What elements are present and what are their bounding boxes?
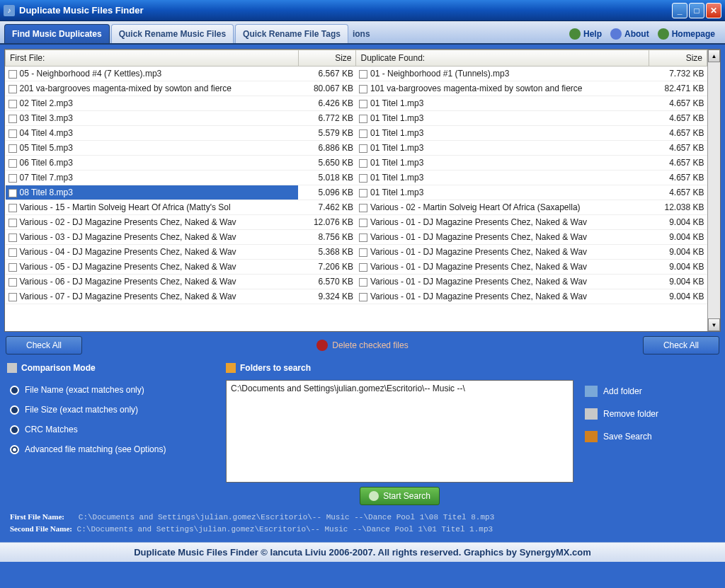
remove-folder-button[interactable]: Remove folder (583, 403, 718, 425)
search-icon (369, 491, 379, 501)
row-checkbox[interactable] (359, 263, 367, 272)
table-row[interactable]: Various - 07 - DJ Magazine Presents Chez… (6, 289, 707, 304)
row-checkbox[interactable] (359, 189, 367, 197)
row-checkbox[interactable] (8, 85, 17, 93)
table-row[interactable]: Various - 03 - DJ Magazine Presents Chez… (6, 230, 707, 245)
row-checkbox[interactable] (359, 70, 367, 79)
row-checkbox[interactable] (8, 115, 17, 123)
delete-checked-button[interactable]: Delete checked files (316, 340, 408, 351)
col-size1[interactable]: Size (298, 50, 356, 67)
table-row[interactable]: Various - 05 - DJ Magazine Presents Chez… (6, 260, 707, 275)
row-checkbox[interactable] (8, 100, 17, 108)
row-checkbox[interactable] (359, 159, 367, 168)
close-button[interactable]: ✕ (706, 3, 721, 18)
col-size2[interactable]: Size (649, 50, 707, 67)
results-table-wrap: First File: Size Duplicate Found: Size 0… (4, 49, 721, 332)
row-checkbox[interactable] (359, 100, 367, 108)
table-row[interactable]: Various - 15 - Martin Solveig Heart Of A… (6, 200, 707, 215)
row-checkbox[interactable] (359, 234, 367, 242)
check-all-left-button[interactable]: Check All (6, 336, 82, 354)
folders-listbox[interactable]: C:\Documents and Settings\julian.gomez\E… (226, 380, 573, 483)
table-row[interactable]: Various - 02 - DJ Magazine Presents Chez… (6, 215, 707, 230)
titlebar[interactable]: ♪ Duplicate Music Files Finder _ □ ✕ (0, 0, 725, 21)
row-checkbox[interactable] (359, 293, 367, 301)
scroll-down-icon[interactable]: ▼ (708, 318, 720, 331)
row-checkbox[interactable] (359, 248, 367, 257)
row-checkbox[interactable] (8, 263, 17, 272)
tab-quick-rename-files[interactable]: Quick Rename Music Files (111, 24, 234, 43)
help-link[interactable]: Help (569, 28, 602, 40)
radio-icon (10, 386, 19, 395)
about-link[interactable]: About (610, 28, 649, 40)
first-file-label: First File Name: (10, 512, 64, 521)
delete-icon (316, 340, 328, 351)
table-row[interactable]: 05 - Neighborhood #4 (7 Kettles).mp36.56… (6, 67, 707, 81)
row-checkbox[interactable] (8, 278, 17, 287)
radio-crc[interactable]: CRC Matches (7, 420, 216, 439)
row-checkbox[interactable] (8, 189, 17, 197)
row-checkbox[interactable] (8, 129, 17, 138)
row-checkbox[interactable] (8, 293, 17, 301)
save-search-button[interactable]: Save Search (583, 425, 718, 448)
row-checkbox[interactable] (8, 174, 17, 183)
add-folder-icon (585, 386, 598, 397)
col-first-file[interactable]: First File: (6, 50, 299, 67)
row-checkbox[interactable] (8, 204, 17, 212)
row-checkbox[interactable] (359, 144, 367, 153)
radio-icon (10, 425, 19, 434)
radio-file-name[interactable]: File Name (exact matches only) (7, 380, 216, 400)
col-duplicate-found[interactable]: Duplicate Found: (356, 50, 649, 67)
folder-icon (226, 363, 236, 373)
folders-title: Folders to search (226, 363, 573, 373)
row-checkbox[interactable] (8, 159, 17, 168)
row-checkbox[interactable] (359, 278, 367, 287)
tab-bar: Find Music Duplicates Quick Rename Music… (0, 21, 725, 45)
row-checkbox[interactable] (359, 174, 367, 183)
table-row[interactable]: 06 Titel 6.mp35.650 KB01 Titel 1.mp34.65… (6, 156, 707, 171)
radio-advanced[interactable]: Advanced file matching (see Options) (7, 439, 216, 459)
row-checkbox[interactable] (359, 219, 367, 227)
second-file-label: Second File Name: (10, 524, 72, 533)
table-scrollbar[interactable]: ▲ ▼ (707, 50, 720, 331)
table-row[interactable]: 07 Titel 7.mp35.018 KB01 Titel 1.mp34.65… (6, 171, 707, 185)
row-checkbox[interactable] (359, 85, 367, 93)
radio-icon (10, 445, 19, 454)
tab-find-duplicates[interactable]: Find Music Duplicates (4, 24, 110, 43)
row-checkbox[interactable] (8, 248, 17, 257)
comparison-icon (7, 363, 17, 373)
add-folder-button[interactable]: Add folder (583, 380, 718, 403)
scroll-up-icon[interactable]: ▲ (708, 50, 720, 62)
copyright-bar: Duplicate Music Files Finder © Iancuta L… (0, 542, 725, 562)
maximize-button[interactable]: □ (689, 3, 704, 18)
table-row[interactable]: 04 Titel 4.mp35.579 KB01 Titel 1.mp34.65… (6, 126, 707, 141)
table-row[interactable]: Various - 06 - DJ Magazine Presents Chez… (6, 275, 707, 289)
save-search-icon (585, 431, 598, 442)
minimize-button[interactable]: _ (672, 3, 687, 18)
table-row[interactable]: 201 va-bargrooves magenta-mixed by sowto… (6, 81, 707, 96)
comparison-mode-title: Comparison Mode (7, 363, 216, 373)
row-checkbox[interactable] (8, 144, 17, 153)
radio-file-size[interactable]: File Size (exact matches only) (7, 400, 216, 420)
table-row[interactable]: 05 Titel 5.mp36.886 KB01 Titel 1.mp34.65… (6, 141, 707, 156)
start-search-button[interactable]: Start Search (360, 487, 440, 505)
table-row[interactable]: 03 Titel 3.mp36.772 KB01 Titel 1.mp34.65… (6, 111, 707, 126)
table-row[interactable]: 08 Titel 8.mp35.096 KB01 Titel 1.mp34.65… (6, 185, 707, 200)
home-icon (658, 28, 669, 40)
table-row[interactable]: 02 Titel 2.mp36.426 KB01 Titel 1.mp34.65… (6, 96, 707, 111)
homepage-link[interactable]: Homepage (658, 28, 715, 40)
row-checkbox[interactable] (8, 70, 17, 79)
row-checkbox[interactable] (359, 129, 367, 138)
row-checkbox[interactable] (359, 115, 367, 123)
table-row[interactable]: Various - 04 - DJ Magazine Presents Chez… (6, 245, 707, 260)
radio-icon (10, 405, 19, 415)
row-checkbox[interactable] (359, 204, 367, 212)
help-icon (569, 28, 581, 40)
row-checkbox[interactable] (8, 234, 17, 242)
tab-quick-rename-tags[interactable]: Quick Rename File Tags (235, 24, 348, 43)
row-checkbox[interactable] (8, 219, 17, 227)
check-all-right-button[interactable]: Check All (643, 336, 719, 354)
about-icon (610, 28, 622, 40)
folder-entry[interactable]: C:\Documents and Settings\julian.gomez\E… (231, 384, 569, 393)
window-title: Duplicate Music Files Finder (19, 5, 672, 16)
app-icon: ♪ (4, 5, 15, 16)
